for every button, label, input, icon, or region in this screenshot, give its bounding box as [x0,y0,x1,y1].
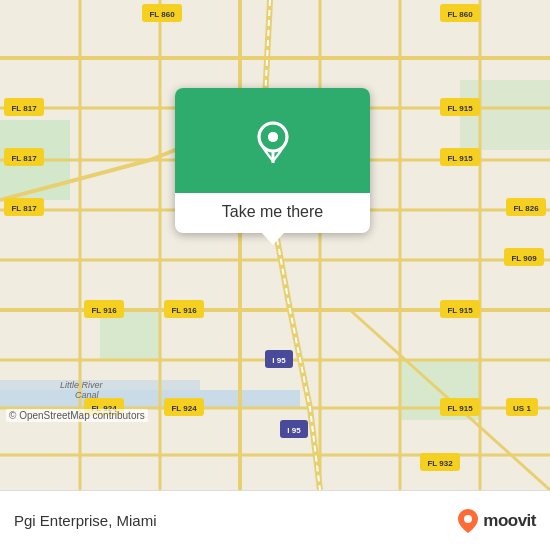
popup-green-area [175,88,370,193]
svg-text:Canal: Canal [75,390,100,400]
svg-text:FL 817: FL 817 [11,104,37,113]
svg-point-69 [268,132,278,142]
svg-text:FL 915: FL 915 [447,154,473,163]
svg-text:I 95: I 95 [287,426,301,435]
svg-text:FL 915: FL 915 [447,306,473,315]
footer-bar: Pgi Enterprise, Miami moovit [0,490,550,550]
moovit-logo: moovit [457,508,536,534]
svg-text:FL 915: FL 915 [447,404,473,413]
svg-text:FL 817: FL 817 [11,204,37,213]
moovit-brand-text: moovit [483,511,536,531]
svg-text:FL 916: FL 916 [91,306,117,315]
moovit-pin-icon [457,508,479,534]
map-area: FL 860 FL 860 FL 817 FL 817 FL 817 FL 82… [0,0,550,490]
svg-text:FL 915: FL 915 [447,104,473,113]
svg-text:FL 924: FL 924 [171,404,197,413]
svg-point-70 [464,515,472,523]
svg-text:FL 860: FL 860 [149,10,175,19]
svg-text:US 1: US 1 [513,404,531,413]
location-pin-icon [251,119,295,163]
svg-text:FL 860: FL 860 [447,10,473,19]
svg-rect-1 [0,390,300,408]
svg-text:FL 817: FL 817 [11,154,37,163]
svg-text:FL 932: FL 932 [427,459,453,468]
svg-text:FL 909: FL 909 [511,254,537,263]
take-me-there-button[interactable]: Take me there [175,193,370,233]
svg-text:Little River: Little River [60,380,104,390]
svg-text:I 95: I 95 [272,356,286,365]
svg-text:FL 916: FL 916 [171,306,197,315]
map-attribution: © OpenStreetMap contributors [6,409,148,422]
popup-card[interactable]: Take me there [175,88,370,233]
location-title: Pgi Enterprise, Miami [14,512,157,529]
svg-text:FL 826: FL 826 [513,204,539,213]
